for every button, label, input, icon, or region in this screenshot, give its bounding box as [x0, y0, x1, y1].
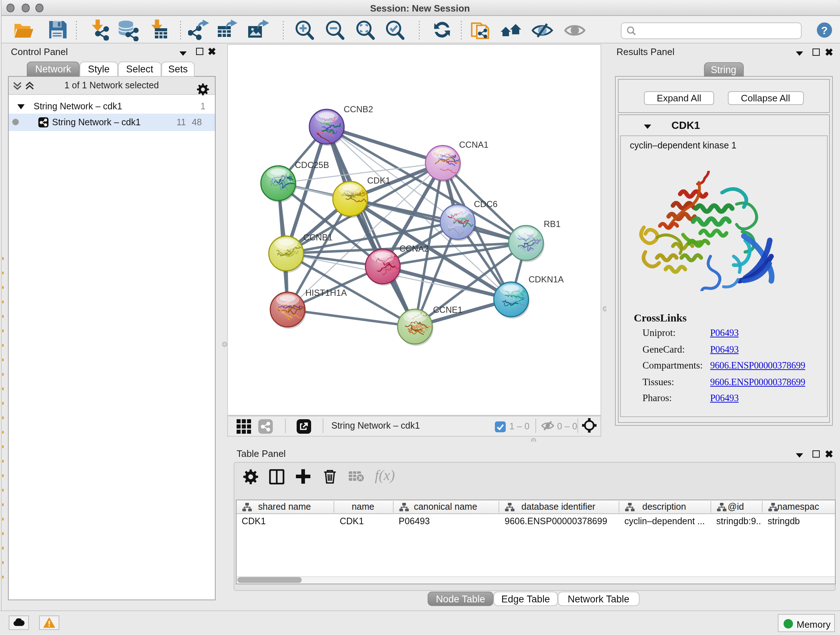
svg-text:CCNA2: CCNA2: [399, 244, 429, 253]
svg-text:CDC25B: CDC25B: [295, 160, 329, 170]
svg-text:CCNA1: CCNA1: [459, 140, 488, 149]
svg-text:RB1: RB1: [544, 219, 561, 229]
svg-text:CDKN1A: CDKN1A: [529, 274, 564, 284]
svg-text:CCNE1: CCNE1: [433, 305, 462, 315]
svg-text:CCNB1: CCNB1: [303, 233, 332, 242]
svg-text:CCNB2: CCNB2: [344, 104, 373, 114]
svg-text:CDK1: CDK1: [367, 176, 390, 185]
svg-text:HIST1H1A: HIST1H1A: [305, 288, 347, 298]
svg-text:CDC6: CDC6: [474, 199, 497, 209]
